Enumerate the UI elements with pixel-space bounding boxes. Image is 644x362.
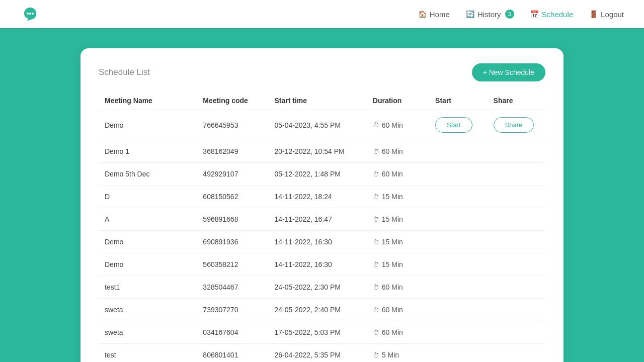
cell-share-action [488, 321, 545, 344]
cell-start-action [429, 253, 487, 276]
clock-icon: ⏱ [373, 216, 379, 223]
svg-point-3 [29, 13, 31, 15]
cell-duration: ⏱5 Min [367, 344, 429, 363]
duration-value: 15 Min [382, 215, 403, 223]
navbar-nav: 🏠 Home 🔄 History 3 📅 Schedule 🚪 Logout [418, 10, 624, 19]
duration-value: 60 Min [382, 121, 403, 129]
cell-share-action [488, 344, 545, 363]
logo [20, 4, 40, 24]
cell-start-time: 05-04-2023, 4:55 PM [268, 110, 366, 140]
cell-start-action [429, 299, 487, 321]
new-schedule-button[interactable]: + New Schedule [472, 63, 545, 81]
table-row: Demo69089193614-11-2022, 16:30⏱15 Min [99, 231, 545, 253]
table-row: Demo56035821214-11-2022, 16:30⏱15 Min [99, 253, 545, 276]
cell-duration: ⏱60 Min [367, 321, 429, 344]
cell-meeting-code: 739307270 [197, 299, 268, 321]
table-row: D60815056214-11-2022, 18:24⏱15 Min [99, 186, 545, 208]
col-header-meeting-code: Meeting code [197, 92, 268, 110]
cell-start-action [429, 140, 487, 163]
table-row: sweta03416760417-05-2022, 5:03 PM⏱60 Min [99, 321, 545, 344]
home-icon: 🏠 [418, 10, 427, 18]
cell-meeting-name: sweta [99, 321, 197, 344]
cell-share-action [488, 276, 545, 299]
table-body: Demo76664595305-04-2023, 4:55 PM⏱60 MinS… [99, 110, 545, 363]
cell-start-action [429, 208, 487, 231]
cell-meeting-name: D [99, 186, 197, 208]
cell-start-time: 17-05-2022, 5:03 PM [268, 321, 366, 344]
cell-meeting-code: 806801401 [197, 344, 268, 363]
logo-icon [20, 4, 40, 24]
cell-start-action [429, 321, 487, 344]
cell-start-time: 14-11-2022, 16:30 [268, 231, 366, 253]
cell-start-time: 05-12-2022, 1:48 PM [268, 163, 366, 186]
clock-icon: ⏱ [373, 238, 379, 246]
cell-start-action [429, 276, 487, 299]
col-header-start-action: Start [429, 92, 487, 110]
cell-share-action [488, 208, 545, 231]
cell-meeting-name: Demo 1 [99, 140, 197, 163]
nav-logout[interactable]: 🚪 Logout [589, 10, 624, 19]
col-header-share-action: Share [488, 92, 545, 110]
table-row: Demo 5th Dec49292910705-12-2022, 1:48 PM… [99, 163, 545, 186]
table-row: Demo 136816204920-12-2022, 10:54 PM⏱60 M… [99, 140, 545, 163]
schedule-card: Schedule List + New Schedule Meeting Nam… [80, 48, 564, 362]
table-row: Demo76664595305-04-2023, 4:55 PM⏱60 MinS… [99, 110, 545, 140]
cell-duration: ⏱60 Min [367, 163, 429, 186]
cell-meeting-name: Demo [99, 253, 197, 276]
duration-value: 15 Min [382, 238, 403, 246]
cell-duration: ⏱60 Min [367, 140, 429, 163]
clock-icon: ⏱ [373, 351, 379, 359]
clock-icon: ⏱ [373, 121, 379, 129]
nav-schedule-label: Schedule [542, 10, 574, 19]
nav-history[interactable]: 🔄 History 3 [466, 10, 514, 19]
share-button[interactable]: Share [494, 117, 534, 133]
cell-start-time: 26-04-2022, 5:35 PM [268, 344, 366, 363]
cell-start-time: 14-11-2022, 16:30 [268, 253, 366, 276]
cell-duration: ⏱60 Min [367, 276, 429, 299]
cell-share-action [488, 140, 545, 163]
cell-share-action [488, 231, 545, 253]
cell-duration: ⏱15 Min [367, 208, 429, 231]
cell-start-time: 14-11-2022, 16:47 [268, 208, 366, 231]
clock-icon: ⏱ [373, 148, 379, 155]
cell-meeting-code: 492929107 [197, 163, 268, 186]
clock-icon: ⏱ [373, 306, 379, 314]
cell-meeting-name: Demo [99, 110, 197, 140]
nav-logout-label: Logout [601, 10, 624, 19]
schedule-table: Meeting Name Meeting code Start time Dur… [99, 92, 545, 362]
cell-meeting-name: test [99, 344, 197, 363]
duration-value: 60 Min [382, 147, 403, 155]
duration-value: 60 Min [382, 283, 403, 291]
cell-start-action [429, 163, 487, 186]
clock-icon: ⏱ [373, 170, 379, 178]
duration-value: 60 Min [382, 170, 403, 178]
navbar: 🏠 Home 🔄 History 3 📅 Schedule 🚪 Logout [0, 0, 644, 28]
cell-start-time: 24-05-2022, 2:30 PM [268, 276, 366, 299]
cell-meeting-code: 560358212 [197, 253, 268, 276]
cell-meeting-name: A [99, 208, 197, 231]
svg-point-2 [27, 13, 29, 15]
cell-start-action [429, 344, 487, 363]
start-button[interactable]: Start [435, 117, 472, 133]
nav-schedule[interactable]: 📅 Schedule [530, 10, 574, 19]
svg-point-4 [32, 13, 34, 15]
table-row: sweta73930727024-05-2022, 2:40 PM⏱60 Min [99, 299, 545, 321]
cell-meeting-code: 690891936 [197, 231, 268, 253]
table-header-row: Meeting Name Meeting code Start time Dur… [99, 92, 545, 110]
clock-icon: ⏱ [373, 329, 379, 336]
cell-meeting-name: Demo 5th Dec [99, 163, 197, 186]
cell-duration: ⏱15 Min [367, 253, 429, 276]
history-badge: 3 [505, 10, 514, 19]
duration-value: 15 Min [382, 193, 403, 201]
nav-home[interactable]: 🏠 Home [418, 10, 450, 19]
cell-meeting-code: 328504467 [197, 276, 268, 299]
cell-start-action: Start [429, 110, 487, 140]
logout-icon: 🚪 [589, 10, 598, 18]
col-header-start-time: Start time [268, 92, 366, 110]
cell-share-action: Share [488, 110, 545, 140]
card-title: Schedule List [99, 67, 150, 77]
table-row: test80680140126-04-2022, 5:35 PM⏱5 Min [99, 344, 545, 363]
cell-duration: ⏱15 Min [367, 231, 429, 253]
cell-share-action [488, 186, 545, 208]
cell-meeting-code: 596891668 [197, 208, 268, 231]
